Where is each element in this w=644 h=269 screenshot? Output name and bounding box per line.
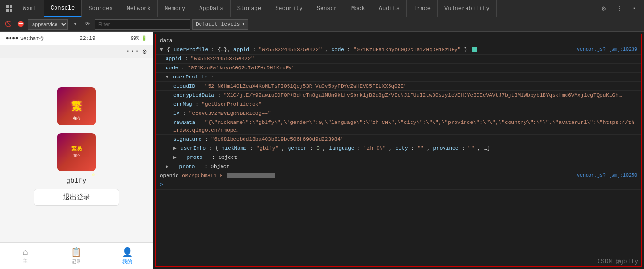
line-code-text: code : "071KzuFa1knyoC0Q2cIa1ZHqDH1KzuFy… xyxy=(166,64,637,72)
obj-preview-box xyxy=(472,47,477,52)
tab-vulnerability[interactable]: Vulnerability xyxy=(438,0,497,17)
watermark: CSDN @gblfy xyxy=(597,258,638,265)
tab-audits[interactable]: Audits xyxy=(372,0,407,17)
tab-bar-actions: ⚙ ⋮ ▪ xyxy=(598,3,644,14)
tab-mock[interactable]: Mock xyxy=(344,0,372,17)
expand-proto2-icon[interactable]: ▶ xyxy=(166,164,169,169)
panel-icon[interactable] xyxy=(2,0,16,17)
tab-network[interactable]: Network xyxy=(120,0,158,17)
svg-rect-0 xyxy=(6,5,9,8)
line-userprofile-text: ▼ { userProfile : {…}, appid : "wx558224… xyxy=(160,46,573,54)
nav-profile-label: 我的 xyxy=(122,258,132,265)
line-openid-text: openid oM7Yg5bm8T1-E xyxy=(160,172,573,179)
context-selector[interactable]: appservice xyxy=(28,19,68,30)
tab-storage[interactable]: Storage xyxy=(231,0,268,17)
log-level-selector[interactable]: Default levels ▾ xyxy=(192,19,248,30)
line-userprofile-expand-text: ▼ userProfile : xyxy=(166,73,637,81)
console-line-userprofile-expand: ▼ userProfile : xyxy=(156,73,641,82)
console-line-proto1: ▶ __proto__ : Object xyxy=(156,153,641,162)
console-line-userprofile-obj: ▼ { userProfile : {…}, appid : "wx558224… xyxy=(156,45,641,55)
line-userinfo-text: ▶ userInfo : { nickName : "gblfy" , gend… xyxy=(173,145,637,152)
tab-sources[interactable]: Sources xyxy=(82,0,120,17)
battery-icon: 🔋 xyxy=(141,35,147,41)
line-source-10250[interactable]: vendor.js? [sm]:10250 xyxy=(577,172,637,179)
console-line-signature: signature : "6c981beebdd18ba403b819be506… xyxy=(156,135,641,144)
nav-profile[interactable]: 👤 我的 xyxy=(102,243,153,269)
prompt-text: > xyxy=(160,181,637,189)
tab-trace[interactable]: Trace xyxy=(407,0,438,17)
expand-icon[interactable]: ▼ xyxy=(160,47,163,53)
console-line-errmsg: errMsg : "getUserProfile:ok" xyxy=(156,100,641,109)
carrier-name: WeChat令 xyxy=(20,35,44,42)
phone-status-bar: ●●●● WeChat令 22:19 99% 🔋 xyxy=(0,32,153,45)
svg-rect-1 xyxy=(10,5,12,8)
expand-userinfo-icon[interactable]: ▶ xyxy=(173,146,177,151)
console-line-data: data xyxy=(156,36,641,45)
signal-dots: ●●●● xyxy=(6,35,18,41)
logout-button[interactable]: 退出登录 xyxy=(34,189,119,206)
console-toolbar: 🚫 ⛔ appservice ▾ 👁 Default levels ▾ xyxy=(0,17,644,32)
console-line-cloudid: cloudID : "52_N6Hm14OLZeaX4KoMLTsTI051Qc… xyxy=(156,82,641,91)
line-proto1-text: ▶ __proto__ : Object xyxy=(173,154,637,161)
prompt-symbol: > xyxy=(160,182,163,188)
profile-icon: 👤 xyxy=(122,247,133,258)
console-panel: data ▼ { userProfile : {…}, appid : "wx5… xyxy=(153,32,644,269)
svg-rect-2 xyxy=(6,9,9,12)
svg-rect-3 xyxy=(10,9,12,12)
dot-record: ⊙ xyxy=(142,47,147,56)
line-iv-text: iv : "e56vC3v2MwVEgRNBER1cog==" xyxy=(173,110,637,117)
filter-input[interactable] xyxy=(95,19,190,30)
stop-icon[interactable]: ⛔ xyxy=(15,19,26,30)
line-rawdata-text: rawData : "{\"nickName\":\"gblfy\",\"gen… xyxy=(173,119,637,134)
status-left: ●●●● WeChat令 xyxy=(6,35,44,42)
nav-notes[interactable]: 📋 记录 xyxy=(51,243,101,269)
home-icon: ⌂ xyxy=(23,247,28,257)
tab-memory[interactable]: Memory xyxy=(158,0,192,17)
tab-console[interactable]: Console xyxy=(44,0,82,17)
tab-appdata[interactable]: AppData xyxy=(192,0,230,17)
console-prompt-line[interactable]: > xyxy=(156,180,641,190)
line-cloudid-text: cloudID : "52_N6Hm14OLZeaX4KoMLTsTI051Qc… xyxy=(173,82,637,90)
more-icon[interactable]: ⋮ xyxy=(613,3,625,14)
line-data-text: data xyxy=(160,37,637,45)
settings-icon[interactable]: ⚙ xyxy=(598,3,610,14)
line-source-10239[interactable]: vendor.js? [sm]:10239 xyxy=(577,46,637,54)
console-line-encrypteddata: encryptedData : "X1C/jtE/Y92awiuDDF0P+Bd… xyxy=(156,91,641,100)
dropdown-arrow-icon[interactable]: ▾ xyxy=(70,19,80,30)
phone-nav: ⌂ 主 📋 记录 👤 我的 xyxy=(0,242,153,269)
dot-menu: ··· xyxy=(126,47,140,56)
console-output[interactable]: data ▼ { userProfile : {…}, appid : "wx5… xyxy=(155,34,642,267)
username-label: gblfy xyxy=(66,177,86,185)
line-proto2-text: ▶ __proto__ : Object xyxy=(166,163,637,170)
line-appid-text: appid : "wx558224455375e422" xyxy=(166,55,637,63)
line-errmsg-text: errMsg : "getUserProfile:ok" xyxy=(173,101,637,108)
console-line-iv: iv : "e56vC3v2MwVEgRNBER1cog==" xyxy=(156,109,641,118)
clear-console-icon[interactable]: 🚫 xyxy=(3,19,13,30)
nav-home-label: 主 xyxy=(23,258,28,265)
console-line-code: code : "071KzuFa1knyoC0Q2cIa1ZHqDH1KzuFy… xyxy=(156,64,641,73)
status-right: 99% 🔋 xyxy=(131,35,147,41)
dock-icon[interactable]: ▪ xyxy=(629,3,640,14)
console-line-proto2: ▶ __proto__ : Object xyxy=(156,162,641,171)
expand-userprofile-icon[interactable]: ▼ xyxy=(166,74,169,80)
tab-bar: Wxml Console Sources Network Memory AppD… xyxy=(0,0,644,17)
notes-icon: 📋 xyxy=(71,247,81,258)
tab-security[interactable]: Security xyxy=(268,0,310,17)
nav-home[interactable]: ⌂ 主 xyxy=(0,243,51,269)
tab-list: Wxml Console Sources Network Memory AppD… xyxy=(2,0,497,17)
battery-percent: 99% xyxy=(131,36,139,41)
phone-top-dots: ··· ⊙ xyxy=(0,45,153,58)
console-line-appid: appid : "wx558224455375e422" xyxy=(156,55,641,64)
clock: 22:19 xyxy=(79,35,95,41)
dropdown-caret-icon: ▾ xyxy=(242,21,245,27)
expand-proto1-icon[interactable]: ▶ xyxy=(173,155,177,160)
main-area: ●●●● WeChat令 22:19 99% 🔋 ··· ⊙ 繁 在心 繁易在心… xyxy=(0,32,644,269)
avatar: 繁 在心 xyxy=(57,87,96,125)
phone-body: 繁 在心 繁易在心 在心 gblfy 退出登录 xyxy=(0,58,153,242)
eye-icon[interactable]: 👁 xyxy=(82,19,93,30)
tab-wxml[interactable]: Wxml xyxy=(16,0,44,17)
tab-sensor[interactable]: Sensor xyxy=(310,0,344,17)
console-line-rawdata: rawData : "{\"nickName\":\"gblfy\",\"gen… xyxy=(156,118,641,135)
redacted-value xyxy=(227,173,275,178)
line-encrypteddata-text: encryptedData : "X1C/jtE/Y92awiuDDF0P+Bd… xyxy=(173,91,637,99)
